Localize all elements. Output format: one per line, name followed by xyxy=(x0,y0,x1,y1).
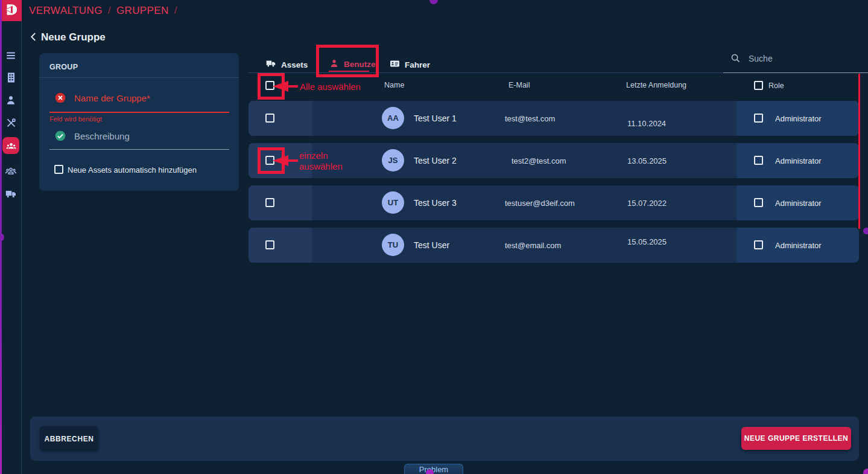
breadcrumb: VERWALTUNG / GRUPPEN / xyxy=(29,0,177,21)
row-checkbox-cell xyxy=(249,185,312,220)
auto-add-assets-label: Neue Assets automatisch hinzufügen xyxy=(68,165,197,175)
footer-action-bar: ABBRECHEN NEUE GRUPPE ERSTELLEN xyxy=(30,417,859,461)
breadcrumb-gruppen[interactable]: GRUPPEN xyxy=(116,5,169,17)
id-card-icon xyxy=(390,59,400,71)
annotation-box-benutzer-tab xyxy=(316,45,379,77)
row-checkbox[interactable] xyxy=(265,198,274,207)
truck-icon xyxy=(266,59,276,71)
group-name-error: Feld wird benötigt xyxy=(49,115,102,123)
purple-edge-strip xyxy=(0,0,2,474)
avatar: JS xyxy=(382,149,404,171)
group-card-title: GROUP xyxy=(49,63,78,71)
row-checkbox[interactable] xyxy=(265,114,274,123)
group-form-card: GROUP Name der Gruppe* Feld wird benötig… xyxy=(39,53,239,191)
role-checkbox[interactable] xyxy=(754,114,763,123)
user-email: test2@test.com xyxy=(512,156,566,165)
last-login-date: 13.05.2025 xyxy=(627,156,667,165)
role-checkbox[interactable] xyxy=(754,156,763,165)
error-icon xyxy=(54,92,66,106)
description-field[interactable]: Beschreibung xyxy=(74,131,130,141)
row-checkbox-cell xyxy=(249,228,312,263)
search-input[interactable]: Suche xyxy=(749,54,773,63)
chevron-left-icon xyxy=(28,34,39,44)
tab-fahrer-label: Fahrer xyxy=(405,60,430,69)
building-icon[interactable] xyxy=(0,72,22,83)
group-name-underline xyxy=(49,112,229,113)
purple-marker-dot xyxy=(863,228,868,234)
create-group-button[interactable]: NEUE GRUPPE ERSTELLEN xyxy=(741,427,851,450)
user-name: Test User 3 xyxy=(414,198,457,208)
breadcrumb-separator: / xyxy=(174,5,177,17)
description-underline xyxy=(49,149,229,150)
avatar: UT xyxy=(382,191,404,214)
last-login-date: 15.05.2025 xyxy=(627,237,667,246)
role-label: Administrator xyxy=(775,114,822,123)
tools-icon[interactable] xyxy=(0,117,22,129)
table-row[interactable]: UT Test User 3 testuser@d3eif.com 15.07.… xyxy=(249,185,859,220)
tab-assets-label: Assets xyxy=(281,60,308,69)
page-title: Neue Gruppe xyxy=(41,31,106,43)
user-icon[interactable] xyxy=(0,95,22,106)
select-all-roles-checkbox[interactable] xyxy=(754,81,763,90)
card-divider xyxy=(39,77,239,78)
role-checkbox[interactable] xyxy=(754,198,763,207)
annotation-vertical-line xyxy=(858,74,860,229)
search-underline xyxy=(723,72,868,73)
group-name-field[interactable]: Name der Gruppe* xyxy=(74,93,150,103)
problem-tab[interactable]: Problem xyxy=(404,464,463,474)
brand-icon xyxy=(3,2,19,20)
table-row[interactable]: TU Test User test@email.com 15.05.2025 A… xyxy=(249,228,859,263)
truck-icon[interactable] xyxy=(0,188,22,200)
breadcrumb-verwaltung[interactable]: VERWALTUNG xyxy=(29,5,103,17)
menu-icon[interactable] xyxy=(0,50,22,61)
column-header-last-login[interactable]: Letzte Anmeldung xyxy=(626,81,686,89)
user-email: testuser@d3eif.com xyxy=(505,199,575,208)
cancel-button[interactable]: ABBRECHEN xyxy=(40,426,98,451)
user-name: Test User xyxy=(414,240,449,250)
column-header-role[interactable]: Role xyxy=(768,82,784,90)
annotation-arrow-left-icon xyxy=(273,155,288,166)
groups-icon-active[interactable] xyxy=(2,137,19,154)
magenta-marker-dot xyxy=(863,469,868,474)
last-login-date: 15.07.2022 xyxy=(627,199,667,208)
magenta-marker-dot xyxy=(426,469,434,474)
table-row[interactable]: AA Test User 1 test@test.com 11.10.2024 … xyxy=(249,101,859,136)
back-button[interactable] xyxy=(28,31,39,45)
search-icon xyxy=(730,53,741,66)
role-label: Administrator xyxy=(775,156,822,165)
row-checkbox-cell xyxy=(249,101,312,136)
breadcrumb-separator: / xyxy=(108,5,111,17)
role-checkbox[interactable] xyxy=(754,240,763,249)
avatar: TU xyxy=(382,234,404,256)
role-label: Administrator xyxy=(775,199,822,208)
row-checkbox[interactable] xyxy=(265,240,274,249)
left-sidebar xyxy=(0,21,22,474)
tab-assets[interactable]: Assets xyxy=(266,59,308,71)
avatar: AA xyxy=(382,107,404,129)
user-name: Test User 1 xyxy=(414,114,457,123)
user-name: Test User 2 xyxy=(414,156,457,165)
column-header-email[interactable]: E-Mail xyxy=(508,81,530,89)
tab-fahrer[interactable]: Fahrer xyxy=(390,59,430,71)
annotation-arrow-line xyxy=(287,159,298,162)
annotation-select-single-line2: auswählen xyxy=(299,161,343,172)
annotation-arrow-left-icon xyxy=(273,81,288,92)
valid-check-icon xyxy=(54,130,66,144)
auto-add-assets-checkbox[interactable] xyxy=(54,165,63,174)
last-login-date: 11.10.2024 xyxy=(627,119,666,128)
annotation-arrow-line xyxy=(287,85,298,88)
user-email: test@test.com xyxy=(505,114,555,123)
app-logo[interactable] xyxy=(0,0,22,21)
team-icon[interactable] xyxy=(0,165,22,177)
role-label: Administrator xyxy=(775,241,822,250)
annotation-select-all-label: Alle auswählen xyxy=(300,82,361,92)
annotation-select-single-label: einzeln auswählen xyxy=(299,150,343,172)
user-email: test@email.com xyxy=(505,241,561,250)
annotation-select-single-line1: einzeln xyxy=(299,150,343,161)
column-header-name[interactable]: Name xyxy=(384,81,404,89)
